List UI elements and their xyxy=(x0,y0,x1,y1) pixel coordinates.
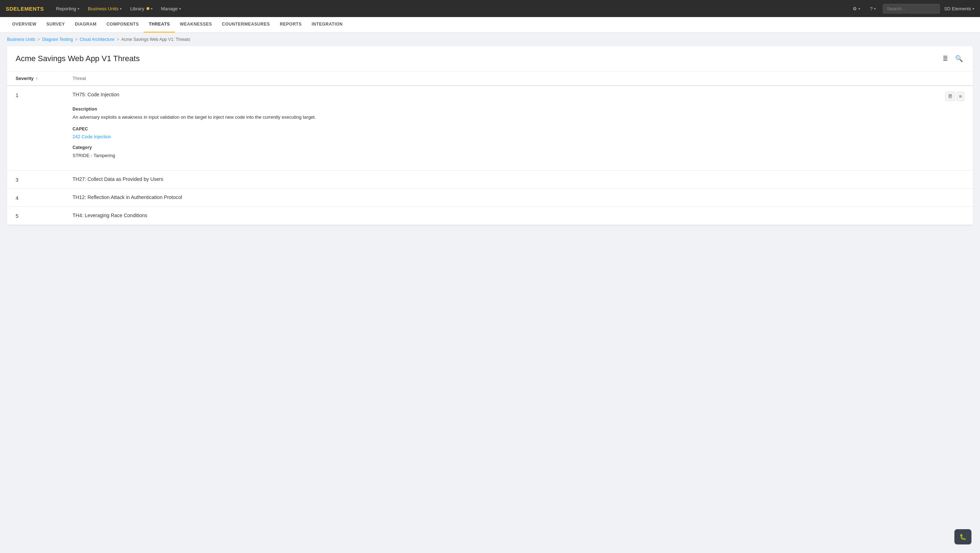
nav-link-business-units[interactable]: Business Units ▾ xyxy=(84,4,125,14)
category-section: Category STRIDE - Tampering xyxy=(73,145,964,159)
breadcrumb-current: Acme Savings Web App V1: Threats xyxy=(121,37,190,42)
list-icon: ≡ xyxy=(959,94,962,99)
global-search-input[interactable] xyxy=(883,4,940,14)
card-header: Acme Savings Web App V1 Threats ≣ 🔍 xyxy=(7,46,973,72)
tab-threats[interactable]: THREATS xyxy=(144,17,175,33)
description-section: Description An adversary exploits a weak… xyxy=(73,106,964,121)
category-label: Category xyxy=(73,145,964,150)
tab-weaknesses[interactable]: WEAKNESSES xyxy=(175,17,217,33)
tab-overview[interactable]: OVERVIEW xyxy=(7,17,41,33)
search-icon: 🔍 xyxy=(955,55,963,62)
chevron-down-icon: ▾ xyxy=(972,7,974,11)
filter-button[interactable]: ≣ xyxy=(941,53,950,64)
top-nav-links: Reporting ▾ Business Units ▾ Library ▾ M… xyxy=(52,4,185,14)
nav-link-manage[interactable]: Manage ▾ xyxy=(158,4,185,14)
chevron-down-icon: ▾ xyxy=(179,7,181,11)
tab-integration[interactable]: INTEGRATION xyxy=(307,17,347,33)
chevron-down-icon: ▾ xyxy=(78,7,79,11)
severity-value: 3 xyxy=(16,176,73,183)
threat-detail: Description An adversary exploits a weak… xyxy=(73,106,964,159)
table-row[interactable]: 4 TH12: Reflection Attack in Authenticat… xyxy=(7,189,973,207)
card-header-actions: ≣ 🔍 xyxy=(941,53,964,64)
notification-dot xyxy=(146,7,150,10)
logo-suffix: ELEMENTS xyxy=(14,6,44,12)
table-row[interactable]: 3 TH27: Collect Data as Provided by User… xyxy=(7,171,973,189)
tab-components[interactable]: COMPONENTS xyxy=(101,17,144,33)
severity-value: 5 xyxy=(16,213,73,219)
table-row[interactable]: 1 TH75: Code Injection 🖹 ≡ Des xyxy=(7,86,973,171)
tab-reports[interactable]: REPORTS xyxy=(275,17,307,33)
category-text: STRIDE - Tampering xyxy=(73,152,964,159)
tab-diagram[interactable]: DIAGRAM xyxy=(70,17,102,33)
app-logo: SDELEMENTS xyxy=(6,6,44,12)
tab-survey[interactable]: SURVEY xyxy=(41,17,70,33)
threat-column-header: Threat xyxy=(73,76,964,81)
main-content: Acme Savings Web App V1 Threats ≣ 🔍 Seve… xyxy=(0,46,980,232)
description-text: An adversary exploits a weakness in inpu… xyxy=(73,114,964,121)
breadcrumb: Business Units > Diagram Testing > Cloud… xyxy=(0,33,980,46)
top-nav-left: SDELEMENTS Reporting ▾ Business Units ▾ … xyxy=(6,4,185,14)
chevron-down-icon: ▾ xyxy=(858,7,860,11)
threat-row-actions: 🖹 ≡ xyxy=(945,92,964,101)
threat-content: TH4: Leveraging Race Conditions xyxy=(73,213,964,218)
breadcrumb-separator: > xyxy=(75,37,78,42)
chevron-down-icon: ▾ xyxy=(874,7,876,11)
gear-icon: ⚙ xyxy=(853,6,857,11)
chevron-down-icon: ▾ xyxy=(151,7,153,11)
breadcrumb-separator: > xyxy=(37,37,40,42)
threat-name: TH27: Collect Data as Provided by Users xyxy=(73,176,163,182)
threat-document-button[interactable]: 🖹 xyxy=(945,92,955,101)
severity-column-header[interactable]: Severity ↑ xyxy=(16,76,73,81)
top-nav-right: ⚙ ▾ ? ▾ SD Elements ▾ xyxy=(850,4,974,14)
logo-prefix: SD xyxy=(6,6,14,12)
severity-value: 1 xyxy=(16,92,73,98)
top-navigation: SDELEMENTS Reporting ▾ Business Units ▾ … xyxy=(0,0,980,17)
threats-card: Acme Savings Web App V1 Threats ≣ 🔍 Seve… xyxy=(7,46,973,225)
threat-name: TH12: Reflection Attack in Authenticatio… xyxy=(73,194,182,200)
nav-link-reporting[interactable]: Reporting ▾ xyxy=(52,4,83,14)
table-header: Severity ↑ Threat xyxy=(7,72,973,86)
chevron-down-icon: ▾ xyxy=(120,7,122,11)
threat-content: TH27: Collect Data as Provided by Users xyxy=(73,176,964,182)
description-label: Description xyxy=(73,106,964,111)
help-button[interactable]: ? ▾ xyxy=(867,5,879,13)
sort-asc-icon: ↑ xyxy=(36,76,38,81)
question-icon: ? xyxy=(870,6,873,11)
threat-name: TH4: Leveraging Race Conditions xyxy=(73,213,147,218)
settings-button[interactable]: ⚙ ▾ xyxy=(850,5,863,13)
threat-list-button[interactable]: ≡ xyxy=(956,92,964,101)
capec-section: CAPEC 242 Code Injection xyxy=(73,127,964,139)
table-row[interactable]: 5 TH4: Leveraging Race Conditions xyxy=(7,207,973,225)
threat-content: TH75: Code Injection 🖹 ≡ Description An … xyxy=(73,92,964,165)
search-button[interactable]: 🔍 xyxy=(954,53,964,64)
user-menu[interactable]: SD Elements ▾ xyxy=(944,6,974,11)
threat-name: TH75: Code Injection xyxy=(73,92,119,97)
breadcrumb-business-units[interactable]: Business Units xyxy=(7,37,35,42)
page-title: Acme Savings Web App V1 Threats xyxy=(16,54,140,63)
capec-label: CAPEC xyxy=(73,127,964,132)
document-icon: 🖹 xyxy=(948,94,953,99)
nav-link-library[interactable]: Library ▾ xyxy=(127,4,156,14)
sub-navigation: OVERVIEW SURVEY DIAGRAM COMPONENTS THREA… xyxy=(0,17,980,33)
filter-icon: ≣ xyxy=(943,55,948,62)
severity-value: 4 xyxy=(16,194,73,201)
capec-link[interactable]: 242 Code Injection xyxy=(73,134,111,139)
breadcrumb-separator: > xyxy=(117,37,119,42)
breadcrumb-diagram-testing[interactable]: Diagram Testing xyxy=(42,37,73,42)
tab-countermeasures[interactable]: COUNTERMEASURES xyxy=(217,17,275,33)
threat-content: TH12: Reflection Attack in Authenticatio… xyxy=(73,194,964,200)
breadcrumb-cloud-architecture[interactable]: Cloud Architecture xyxy=(80,37,115,42)
